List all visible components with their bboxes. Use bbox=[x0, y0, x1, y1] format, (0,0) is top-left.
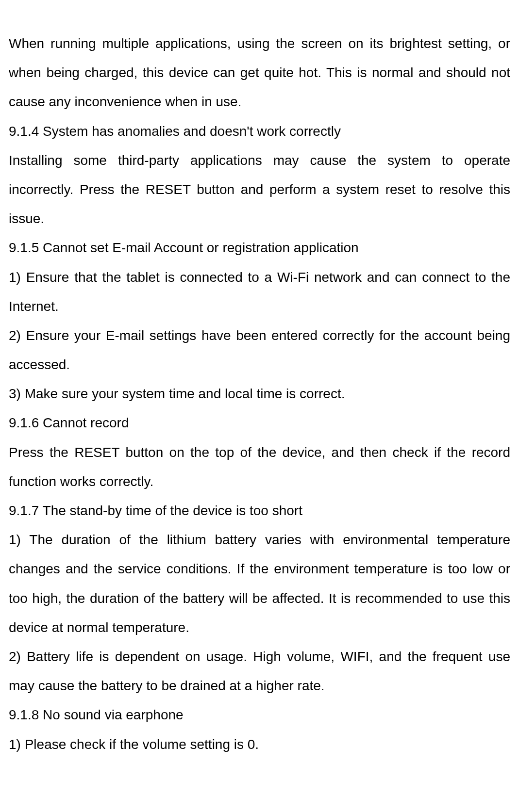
section-916-title: 9.1.6 Cannot record bbox=[9, 408, 510, 438]
section-918-item-1: 1) Please check if the volume setting is… bbox=[9, 730, 510, 759]
section-915-item-2: 2) Ensure your E-mail settings have been… bbox=[9, 321, 510, 379]
section-917-item-2: 2) Battery life is dependent on usage. H… bbox=[9, 642, 510, 700]
section-914-body: Installing some third-party applications… bbox=[9, 146, 510, 234]
section-915-title: 9.1.5 Cannot set E-mail Account or regis… bbox=[9, 233, 510, 262]
section-918-title: 9.1.8 No sound via earphone bbox=[9, 700, 510, 730]
intro-paragraph: When running multiple applications, usin… bbox=[9, 29, 510, 117]
section-915-item-1: 1) Ensure that the tablet is connected t… bbox=[9, 263, 510, 321]
section-914-title: 9.1.4 System has anomalies and doesn't w… bbox=[9, 117, 510, 146]
section-915-item-3: 3) Make sure your system time and local … bbox=[9, 379, 510, 408]
section-917-title: 9.1.7 The stand-by time of the device is… bbox=[9, 496, 510, 525]
section-917-item-1: 1) The duration of the lithium battery v… bbox=[9, 525, 510, 642]
section-916-body: Press the RESET button on the top of the… bbox=[9, 438, 510, 496]
